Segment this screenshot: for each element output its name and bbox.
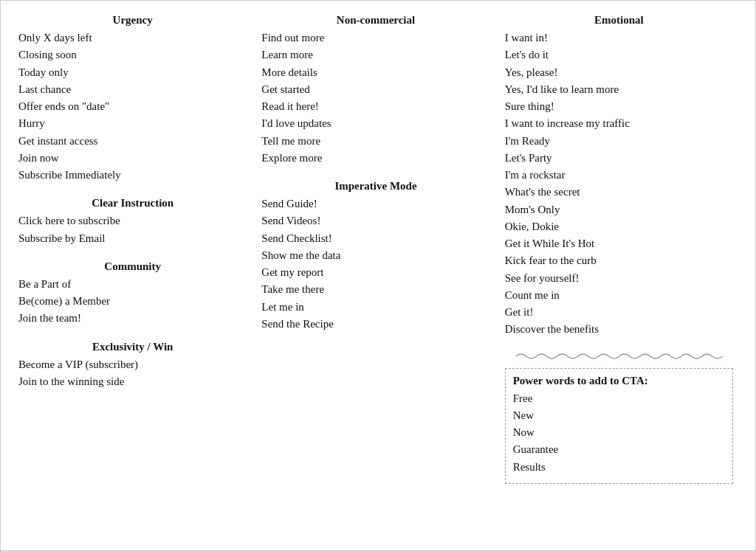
list-item: Now: [513, 424, 725, 441]
list-item: What's the secret: [505, 184, 733, 201]
list-item: I'm Ready: [505, 133, 733, 150]
section-title-emotional: Emotional: [505, 14, 733, 27]
list-item: Tell me more: [261, 133, 489, 150]
section-items-emotional: I want in! Let's do it Yes, please! Yes,…: [505, 30, 733, 339]
list-item: Discover the benefits: [505, 321, 733, 338]
section-items-non-commercial: Find out more Learn more More details Ge…: [261, 30, 489, 167]
list-item: Sure thing!: [505, 98, 733, 115]
section-items-urgency: Only X days left Closing soon Today only…: [18, 30, 247, 184]
power-words-title: Power words to add to CTA:: [513, 375, 725, 387]
list-item: Read it here!: [261, 98, 489, 115]
list-item: I want in!: [505, 30, 733, 46]
list-item: Send Guide!: [261, 195, 489, 212]
list-item: Be(come) a Member: [18, 293, 247, 310]
list-item: Join the team!: [18, 310, 247, 327]
list-item: Yes, please!: [505, 64, 733, 81]
list-item: Find out more: [261, 30, 489, 46]
list-item: Yes, I'd like to learn more: [505, 81, 733, 98]
list-item: See for yourself!: [505, 270, 733, 287]
column-3: Emotional I want in! Let's do it Yes, pl…: [498, 14, 740, 537]
section-urgency: Urgency Only X days left Closing soon To…: [18, 14, 247, 184]
section-items-exclusivity: Become a VIP (subscriber) Join to the wi…: [18, 356, 247, 391]
section-emotional: Emotional I want in! Let's do it Yes, pl…: [505, 14, 733, 339]
list-item: Subscribe by Email: [18, 230, 247, 247]
list-item: Get it!: [505, 304, 733, 321]
list-item: Let's Party: [505, 150, 733, 167]
list-item: I'd love updates: [261, 115, 489, 132]
list-item: Show me the data: [261, 247, 489, 264]
list-item: Take me there: [261, 281, 489, 298]
list-item: Click here to subscribe: [18, 212, 247, 229]
section-imperative-mode: Imperative Mode Send Guide! Send Videos!…: [261, 180, 489, 333]
list-item: Guarantee: [513, 441, 725, 458]
section-title-urgency: Urgency: [18, 14, 247, 27]
list-item: Send Checklist!: [261, 230, 489, 247]
section-title-community: Community: [18, 260, 247, 273]
list-item: Offer ends on "date": [18, 98, 247, 115]
list-item: Get instant access: [18, 133, 247, 150]
power-words-items: Free New Now Guarantee Results: [513, 390, 725, 476]
section-items-clear-instruction: Click here to subscribe Subscribe by Ema…: [18, 212, 247, 247]
list-item: Only X days left: [18, 30, 247, 46]
list-item: Get it While It's Hot: [505, 235, 733, 252]
wavy-divider: [505, 352, 733, 361]
list-item: Let's do it: [505, 46, 733, 63]
section-items-community: Be a Part of Be(come) a Member Join the …: [18, 276, 247, 328]
list-item: Hurry: [18, 115, 247, 132]
list-item: Learn more: [261, 46, 489, 63]
list-item: Free: [513, 390, 725, 407]
column-2: Non-commercial Find out more Learn more …: [254, 14, 497, 537]
list-item: Be a Part of: [18, 276, 247, 293]
list-item: Let me in: [261, 299, 489, 316]
list-item: Become a VIP (subscriber): [18, 356, 247, 373]
list-item: I want to increase my traffic: [505, 115, 733, 132]
section-title-imperative-mode: Imperative Mode: [261, 180, 489, 193]
list-item: Join to the winning side: [18, 373, 247, 390]
list-item: Subscribe Immediately: [18, 167, 247, 184]
list-item: Okie, Dokie: [505, 218, 733, 235]
column-1: Urgency Only X days left Closing soon To…: [16, 14, 254, 537]
list-item: Join now: [18, 150, 247, 167]
list-item: Get my report: [261, 264, 489, 281]
section-title-clear-instruction: Clear Instruction: [18, 197, 247, 209]
section-title-non-commercial: Non-commercial: [261, 14, 489, 27]
list-item: Mom's Only: [505, 201, 733, 218]
section-non-commercial: Non-commercial Find out more Learn more …: [261, 14, 489, 167]
section-community: Community Be a Part of Be(come) a Member…: [18, 260, 247, 328]
list-item: Closing soon: [18, 46, 247, 63]
power-words-box: Power words to add to CTA: Free New Now …: [505, 368, 733, 484]
list-item: Send Videos!: [261, 212, 489, 229]
list-item: New: [513, 407, 725, 424]
section-exclusivity: Exclusivity / Win Become a VIP (subscrib…: [18, 341, 247, 391]
section-title-exclusivity: Exclusivity / Win: [18, 341, 247, 353]
list-item: Today only: [18, 64, 247, 81]
section-items-imperative-mode: Send Guide! Send Videos! Send Checklist!…: [261, 195, 489, 333]
list-item: Results: [513, 459, 725, 476]
section-clear-instruction: Clear Instruction Click here to subscrib…: [18, 197, 247, 247]
page-container: Urgency Only X days left Closing soon To…: [0, 0, 756, 551]
list-item: Count me in: [505, 287, 733, 304]
list-item: Get started: [261, 81, 489, 98]
list-item: I'm a rockstar: [505, 167, 733, 184]
list-item: Explore more: [261, 150, 489, 167]
list-item: Last chance: [18, 81, 247, 98]
list-item: More details: [261, 64, 489, 81]
list-item: Send the Recipe: [261, 316, 489, 333]
list-item: Kick fear to the curb: [505, 252, 733, 269]
